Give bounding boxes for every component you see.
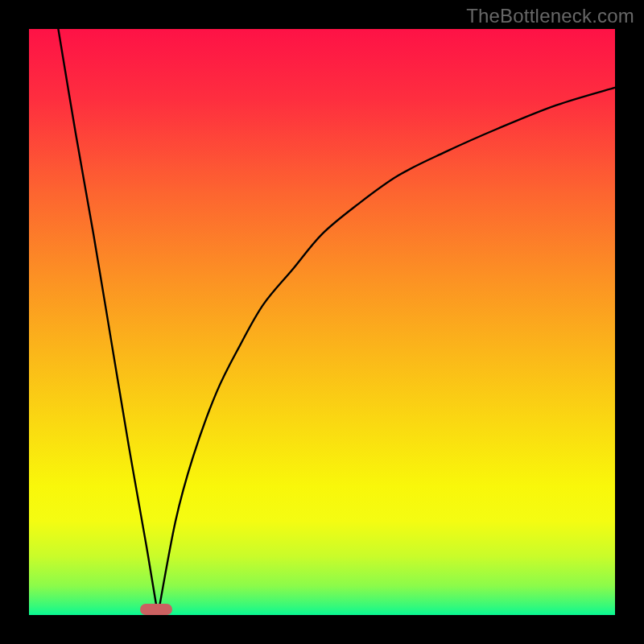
plot-area	[29, 29, 615, 615]
optimum-marker	[140, 604, 172, 615]
chart-frame: TheBottleneck.com	[0, 0, 644, 644]
watermark-text: TheBottleneck.com	[466, 5, 634, 27]
bottleneck-curve	[29, 29, 615, 615]
